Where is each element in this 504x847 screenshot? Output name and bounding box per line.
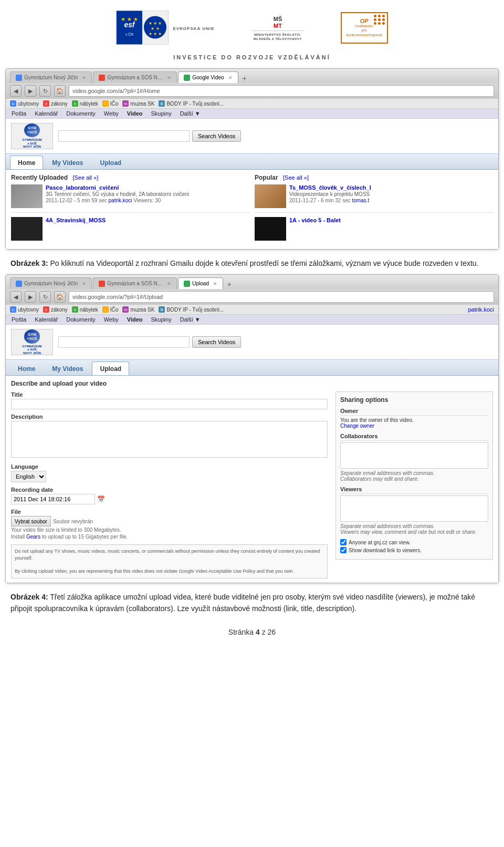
menu2-skupiny[interactable]: Skupiny: [150, 316, 173, 323]
bookmark-zakony[interactable]: z zákony: [43, 100, 68, 107]
tab-close-1[interactable]: ✕: [82, 75, 86, 80]
menu-dokumenty[interactable]: Dokumenty: [65, 110, 97, 117]
popular-see-all[interactable]: [See all »]: [283, 174, 309, 181]
video-thumb-balet[interactable]: [255, 217, 286, 241]
video-desc-ts-moss: Videoprezentace k projektu MOSS: [289, 191, 493, 198]
menu-kalendar[interactable]: Kalendář: [33, 110, 59, 117]
video-title-balet[interactable]: 1A - video 5 - Balet: [289, 217, 493, 223]
bookmark2-ubytovny[interactable]: u ubytovny: [10, 306, 39, 313]
tab-close2-2[interactable]: ✕: [167, 281, 171, 286]
checkbox-anyone: Anyone at gnj.cz can view.: [340, 539, 488, 545]
nav-tab-home-1[interactable]: Home: [10, 156, 43, 169]
menu-dalsi[interactable]: Další ▼: [178, 110, 202, 117]
video-title-pasco[interactable]: Pasco_laboratorni_cvičení: [46, 184, 249, 191]
home-button[interactable]: 🏠: [54, 85, 66, 97]
video-author-link-ts[interactable]: tomas.t: [352, 198, 370, 203]
back-button-2[interactable]: ◀: [10, 291, 22, 303]
reload-button-2[interactable]: ↻: [39, 291, 51, 303]
tab-close-3[interactable]: ✕: [228, 75, 233, 80]
patrik-koci-link[interactable]: patrik.koci: [468, 306, 494, 313]
tab-close-2[interactable]: ✕: [167, 75, 171, 80]
video-title-ts-moss[interactable]: Ts_MOSS_člověk_v_číslech_I: [289, 184, 493, 191]
tab-close2-3[interactable]: ✕: [213, 281, 217, 286]
bookmark2-ico[interactable]: i IČo: [102, 306, 119, 313]
checkbox-download: Show download link to viewers.: [340, 547, 488, 553]
menu-skupiny[interactable]: Skupiny: [150, 110, 173, 117]
svg-rect-11: [251, 30, 304, 31]
menu2-weby[interactable]: Weby: [102, 316, 120, 323]
browser-tab2-1[interactable]: Gymnázium Nový Jičín ✕: [10, 277, 92, 289]
reload-button[interactable]: ↻: [39, 85, 51, 97]
nav-tab2-upload[interactable]: Upload: [92, 361, 129, 375]
menu2-dalsi[interactable]: Další ▼: [178, 316, 202, 323]
search-button-1[interactable]: Search Videos: [192, 130, 241, 142]
search-input-2[interactable]: [58, 336, 190, 348]
bookmark-body[interactable]: B BODY IP - Tvůj osobní...: [159, 100, 224, 107]
menu-weby[interactable]: Weby: [102, 110, 120, 117]
browser-tab-3[interactable]: Google Video ✕: [178, 71, 238, 83]
nav-tab-myvideos-1[interactable]: My Videos: [44, 156, 91, 169]
viewers-textarea[interactable]: [340, 495, 488, 522]
nav-tab2-myvideos[interactable]: My Videos: [44, 361, 91, 375]
form-select-lang[interactable]: English: [11, 471, 46, 482]
video-info-pasco: Pasco_laboratorni_cvičení 3G Terénní cvi…: [46, 184, 249, 208]
page-number: Stránka 4 z 26: [0, 620, 504, 647]
browser-tab-2[interactable]: Gymnázium a SOŠ Nový Jičín h... ✕: [93, 71, 177, 83]
recently-see-all[interactable]: [See all »]: [72, 174, 98, 181]
tab-close2-1[interactable]: ✕: [82, 281, 86, 286]
menu-video[interactable]: Video: [125, 110, 144, 117]
menu-posta[interactable]: Pošta: [10, 110, 28, 117]
logo-msmt: MŠ MT MINISTERSTVO ŠKOLSTVÍ, MLÁDEŽE A T…: [246, 11, 309, 45]
forward-button-2[interactable]: ▶: [25, 291, 36, 303]
menu2-video[interactable]: Video: [125, 316, 144, 323]
bookmark-ico[interactable]: i IČo: [102, 100, 119, 107]
gvideo-search-area-1: Search Videos: [58, 130, 493, 142]
menu2-dokumenty[interactable]: Dokumenty: [65, 316, 97, 323]
bookmark2-zakony[interactable]: z zákony: [43, 306, 68, 313]
url-bar-2[interactable]: video.google.com/a/?pli=1#/Upload: [69, 291, 494, 303]
checkbox-anyone-input[interactable]: [340, 539, 346, 545]
form-input-recdate[interactable]: 2011 Dec 14 18:02:16: [11, 494, 95, 504]
popular-title: Popular [See all »]: [255, 174, 493, 181]
file-browse-button[interactable]: Vybrat soubor: [11, 516, 51, 526]
browser-tab2-2[interactable]: Gymnázium a SOŠ Nový Jičín h... ✕: [93, 277, 177, 289]
home-button-2[interactable]: 🏠: [54, 291, 66, 303]
browser-tab2-3[interactable]: Upload ✕: [178, 277, 223, 289]
url-text-2: video.google.com/a/?pli=1#/Upload: [72, 294, 163, 300]
search-input-1[interactable]: [58, 130, 190, 142]
new-tab-button-2[interactable]: +: [224, 280, 235, 289]
calendar-icon[interactable]: 📅: [97, 495, 105, 503]
new-tab-button[interactable]: +: [239, 74, 250, 83]
url-bar-1[interactable]: video.google.com/a/?pli=1#/Home: [69, 85, 494, 97]
bookmark-ubytovny[interactable]: u ubytovny: [10, 100, 39, 107]
menu2-kalendar[interactable]: Kalendář: [33, 316, 59, 323]
bookmark2-nabytek[interactable]: n nábytek: [72, 306, 98, 313]
browser-tab-1[interactable]: Gymnázium Nový Jičín ✕: [10, 71, 92, 83]
form-input-title[interactable]: [11, 399, 328, 409]
form-textarea-desc[interactable]: [11, 421, 328, 458]
bookmark2-muzea[interactable]: m muzea SK: [122, 306, 154, 313]
bookmark-icon-zakony: z: [43, 100, 49, 107]
forward-button[interactable]: ▶: [25, 85, 36, 97]
collab-textarea[interactable]: [340, 442, 488, 469]
video-thumb-pasco[interactable]: [11, 184, 43, 208]
checkbox-download-input[interactable]: [340, 547, 346, 553]
bookmark-nabytek[interactable]: n nábytek: [72, 100, 98, 107]
change-owner-link[interactable]: Change owner: [340, 423, 488, 429]
video-author-link-pasco[interactable]: patrik.koci: [109, 198, 132, 203]
sharing-viewers: Viewers Separate email addresses with co…: [340, 486, 488, 535]
nav-tab2-home[interactable]: Home: [10, 361, 43, 375]
nav-tab-upload-1[interactable]: Upload: [92, 156, 129, 169]
bookmark2-body[interactable]: B BODY IP - Tvůj osobní...: [159, 306, 224, 313]
divider-right-1: [255, 212, 493, 213]
bookmark-icon-nabytek: n: [72, 100, 78, 107]
bookmark-muzea[interactable]: m muzea SK: [122, 100, 154, 107]
gears-link[interactable]: Gears: [26, 534, 40, 540]
sharing-collaborators: Collaborators Separate email addresses w…: [340, 433, 488, 482]
back-button[interactable]: ◀: [10, 85, 22, 97]
menu2-posta[interactable]: Pošta: [10, 316, 28, 323]
video-thumb-ts-moss[interactable]: [255, 184, 286, 208]
search-button-2[interactable]: Search Videos: [192, 336, 241, 348]
video-thumb-strav[interactable]: [11, 217, 43, 241]
video-title-strav[interactable]: 4A_Stravinskij_MOSS: [46, 217, 249, 223]
